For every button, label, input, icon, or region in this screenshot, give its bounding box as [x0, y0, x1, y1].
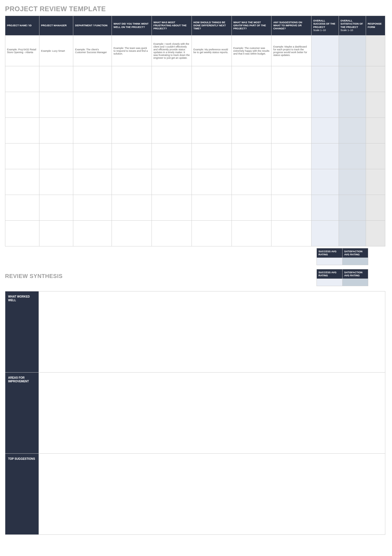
avg-rating-table-1: SUCCESS AVG RATING SATISFACTION AVG RATI…	[317, 248, 368, 265]
avg-satisfaction-header: SATISFACTION AVG RATING	[343, 248, 368, 258]
header-differently: HOW SHOULD THINGS BE DONE DIFFERENTLY NE…	[192, 16, 232, 36]
avg-success-header-2: SUCCESS AVG RATING	[317, 269, 343, 279]
synthesis-areas-label: AREAS FOR IMPROVEMENT	[5, 373, 39, 454]
avg-satisfaction-value[interactable]	[343, 258, 368, 265]
cell-response-form[interactable]	[366, 36, 385, 66]
page-title: PROJECT REVIEW TEMPLATE	[5, 5, 387, 13]
synthesis-areas-field[interactable]	[39, 373, 385, 454]
table-row	[5, 143, 385, 169]
synthesis-suggestions-label: TOP SUGGESTIONS	[5, 454, 39, 535]
cell-suggestions[interactable]: Example: Maybe a dashboard for each proj…	[271, 36, 311, 66]
header-frustrating: WHAT WAS MOST FRUSTRATING ABOUT THE PROJ…	[152, 16, 192, 36]
table-row	[5, 169, 385, 195]
table-row	[5, 195, 385, 221]
table-row-example: Example: Proj-5432 Retail Store Opening …	[5, 36, 385, 66]
cell-project-manager[interactable]: Example: Lucy Smart	[39, 36, 73, 66]
avg-rating-table-2: SUCCESS AVG RATING SATISFACTION AVG RATI…	[317, 269, 368, 286]
header-suggestions: ANY SUGGESTIONS ON WHAT TO IMPROVE OR CH…	[271, 16, 311, 36]
avg-success-value-2[interactable]	[317, 279, 343, 286]
synthesis-worked-well-field[interactable]	[39, 291, 385, 373]
cell-frustrating[interactable]: Example: I work closely with the client …	[152, 36, 192, 66]
cell-satisfaction[interactable]	[339, 36, 366, 66]
cell-department[interactable]: Example: The client's Customer Success M…	[73, 36, 112, 66]
synthesis-worked-well-label: WHAT WORKED WELL	[5, 291, 39, 373]
synthesis-suggestions-field[interactable]	[39, 454, 385, 535]
synthesis-table: WHAT WORKED WELL AREAS FOR IMPROVEMENT T…	[5, 291, 385, 535]
header-response-form: RESPONSE FORM	[366, 16, 385, 36]
header-success: OVERALL SUCCESS OF THE PROJECTScale 1–10	[311, 16, 339, 36]
table-row	[5, 118, 385, 143]
cell-differently[interactable]: Example: My preference would be to get w…	[192, 36, 232, 66]
header-satisfaction: OVERALL SATISFACTION OF THE PROJECTScale…	[339, 16, 366, 36]
synthesis-title: REVIEW SYNTHESIS	[5, 273, 63, 279]
avg-success-header: SUCCESS AVG RATING	[317, 248, 343, 258]
cell-success[interactable]	[311, 36, 339, 66]
table-row	[5, 221, 385, 246]
avg-satisfaction-value-2[interactable]	[343, 279, 368, 286]
table-row	[5, 92, 385, 118]
cell-project-name[interactable]: Example: Proj-5432 Retail Store Opening …	[5, 36, 39, 66]
cell-gratifying[interactable]: Example: The customer was extremely happ…	[232, 36, 271, 66]
table-row	[5, 66, 385, 92]
header-project-manager: PROJECT MANAGER	[39, 16, 73, 36]
avg-success-value[interactable]	[317, 258, 343, 265]
header-project-name: PROJECT NAME / ID	[5, 16, 39, 36]
header-gratifying: WHAT WAS THE MOST GRATIFYING PART OF THE…	[232, 16, 271, 36]
header-department: DEPARTMENT / FUNCTION	[73, 16, 112, 36]
cell-went-well[interactable]: Example: The team was quick to respond t…	[112, 36, 152, 66]
project-review-table: PROJECT NAME / ID PROJECT MANAGER DEPART…	[5, 16, 385, 246]
avg-satisfaction-header-2: SATISFACTION AVG RATING	[343, 269, 368, 279]
header-went-well: WHAT DID YOU THINK WENT WELL ON THE PROJ…	[112, 16, 152, 36]
